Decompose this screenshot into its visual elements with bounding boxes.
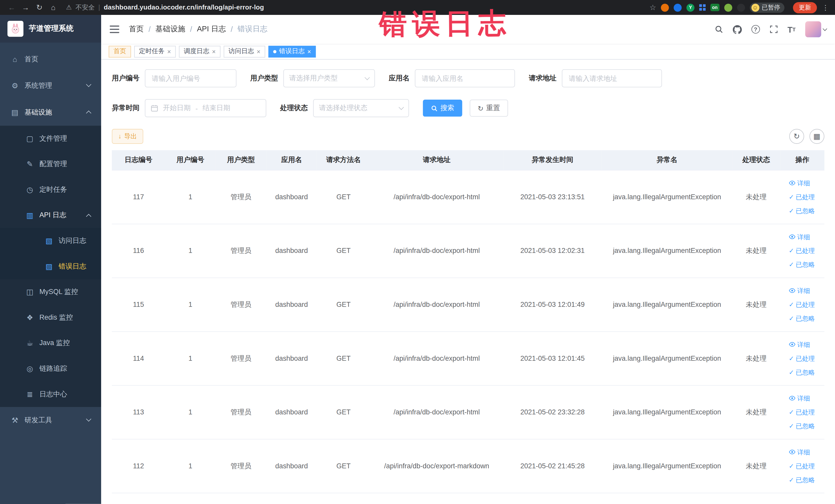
- profile-chip[interactable]: ☺ 已暂停: [750, 2, 785, 12]
- detail-link[interactable]: 详细: [789, 230, 810, 244]
- sidebar-item-file[interactable]: ▢ 文件管理: [0, 126, 101, 152]
- export-button[interactable]: ↓ 导出: [112, 129, 143, 144]
- page-url[interactable]: dashboard.yudao.iocoder.cn/infra/log/api…: [104, 4, 264, 11]
- fullscreen-icon[interactable]: [769, 25, 778, 34]
- extension-icon[interactable]: [661, 3, 669, 11]
- select-placeholder: 请选择处理状态: [319, 103, 368, 113]
- forward-icon[interactable]: →: [19, 1, 32, 14]
- app-logo[interactable]: 芋道管理系统: [0, 15, 101, 43]
- user-avatar[interactable]: [805, 21, 827, 37]
- tab-access-log[interactable]: 访问日志 ×: [224, 45, 265, 57]
- extension-icon[interactable]: [737, 3, 745, 11]
- breadcrumb-item[interactable]: 首页: [129, 24, 144, 34]
- cell-url: /api/infra/db-doc/export-html: [370, 224, 503, 278]
- sidebar-item-java[interactable]: ☕ Java 监控: [0, 330, 101, 356]
- cell-app: dashboard: [266, 439, 317, 493]
- breadcrumb-item-current: 错误日志: [238, 24, 267, 34]
- cell-log-id: 117: [112, 170, 165, 224]
- sidebar-item-dev-tools[interactable]: ⚒ 研发工具: [0, 407, 101, 434]
- column-header: 用户类型: [216, 150, 266, 170]
- detail-link[interactable]: 详细: [789, 176, 810, 190]
- extension-icon[interactable]: Y: [687, 3, 695, 11]
- breadcrumb-item[interactable]: 基础设施: [156, 24, 185, 34]
- sidebar-item-access-log[interactable]: ▧ 访问日志: [0, 228, 101, 254]
- detail-link[interactable]: 详细: [789, 391, 810, 405]
- tab-job-log[interactable]: 调度日志 ×: [179, 45, 221, 57]
- error-log-icon: ▨: [45, 262, 53, 270]
- cell-log-id: 112: [112, 439, 165, 493]
- detail-link[interactable]: 详细: [789, 337, 810, 351]
- ignore-link[interactable]: ✓已忽略: [789, 419, 815, 433]
- font-size-icon[interactable]: TT: [788, 25, 796, 34]
- reload-icon[interactable]: ↻: [33, 1, 46, 14]
- tab-label: 访问日志: [228, 47, 254, 56]
- process-link[interactable]: ✓已处理: [789, 351, 815, 365]
- detail-link[interactable]: 详细: [789, 284, 810, 298]
- close-icon[interactable]: ×: [167, 48, 171, 55]
- cell-status: 未处理: [732, 224, 780, 278]
- help-icon[interactable]: ?: [751, 25, 760, 34]
- tab-cron[interactable]: 定时任务 ×: [134, 45, 176, 57]
- process-link[interactable]: ✓已处理: [789, 459, 815, 473]
- date-range-picker[interactable]: 开始日期 - 结束日期: [145, 99, 266, 117]
- chrome-update-button[interactable]: 更新: [793, 2, 817, 13]
- browser-menu-icon[interactable]: ⋮: [821, 3, 830, 11]
- hamburger-icon[interactable]: [109, 26, 119, 33]
- breadcrumb: 首页 / 基础设施 / API 日志 / 错误日志: [129, 24, 267, 34]
- sidebar-item-system[interactable]: ⚙ 系统管理: [0, 73, 101, 99]
- column-settings-button[interactable]: ▦: [810, 129, 824, 144]
- refresh-button[interactable]: ↻: [789, 129, 804, 144]
- date-separator: -: [195, 104, 198, 112]
- close-icon[interactable]: ×: [212, 48, 216, 55]
- sidebar-item-mysql[interactable]: ◫ MySQL 监控: [0, 279, 101, 305]
- ignore-link[interactable]: ✓已忽略: [789, 258, 815, 271]
- ignore-link[interactable]: ✓已忽略: [789, 311, 815, 325]
- ignore-label: 已忽略: [796, 258, 815, 271]
- app-name-input[interactable]: [415, 69, 515, 87]
- ignore-link[interactable]: ✓已忽略: [789, 365, 815, 379]
- extension-icon[interactable]: [724, 3, 732, 11]
- request-url-input[interactable]: [562, 69, 662, 87]
- tab-home[interactable]: 首页: [108, 45, 131, 57]
- extension-on-icon[interactable]: on: [711, 4, 719, 11]
- search-button[interactable]: 搜索: [423, 100, 462, 117]
- user-id-input[interactable]: [145, 69, 237, 87]
- sidebar-item-error-log[interactable]: ▨ 错误日志: [0, 254, 101, 279]
- sidebar-item-trace[interactable]: ◎ 链路追踪: [0, 356, 101, 382]
- sidebar-item-config[interactable]: ✎ 配置管理: [0, 151, 101, 177]
- date-start-placeholder: 开始日期: [163, 103, 191, 113]
- cell-url: /api/infra/db-doc/export-html: [370, 170, 503, 224]
- sidebar-item-label: Redis 监控: [40, 313, 73, 322]
- detail-link[interactable]: 详细: [789, 445, 810, 459]
- home-icon[interactable]: ⌂: [47, 1, 60, 14]
- tab-error-log[interactable]: 错误日志 ×: [268, 45, 316, 57]
- back-icon[interactable]: ←: [5, 1, 18, 14]
- bookmark-star-icon[interactable]: ☆: [649, 3, 656, 12]
- sidebar-item-redis[interactable]: ❖ Redis 监控: [0, 305, 101, 330]
- breadcrumb-item[interactable]: API 日志: [197, 24, 226, 34]
- ignore-link[interactable]: ✓已忽略: [789, 204, 815, 218]
- export-button-label: 导出: [124, 132, 137, 141]
- sidebar-item-cron[interactable]: ◷ 定时任务: [0, 177, 101, 203]
- user-type-select[interactable]: 请选择用户类型: [283, 69, 375, 87]
- search-icon[interactable]: [715, 25, 723, 34]
- gear-icon: ⚙: [11, 81, 19, 90]
- close-icon[interactable]: ×: [257, 48, 261, 55]
- process-label: 已处理: [796, 351, 815, 365]
- sidebar-item-log-center[interactable]: ≣ 日志中心: [0, 381, 101, 407]
- process-link[interactable]: ✓已处理: [789, 244, 815, 258]
- extension-grid-icon[interactable]: [699, 4, 702, 7]
- process-link[interactable]: ✓已处理: [789, 405, 815, 419]
- address-bar[interactable]: ⚠ 不安全 | dashboard.yudao.iocoder.cn/infra…: [66, 3, 643, 12]
- sidebar-item-home[interactable]: ⌂ 首页: [0, 46, 101, 73]
- process-link[interactable]: ✓已处理: [789, 190, 815, 204]
- status-select[interactable]: 请选择处理状态: [313, 99, 409, 117]
- sidebar-item-infra[interactable]: ▤ 基础设施: [0, 99, 101, 126]
- extension-icon[interactable]: [674, 3, 682, 11]
- ignore-link[interactable]: ✓已忽略: [789, 473, 815, 486]
- reset-button[interactable]: ↻ 重置: [470, 100, 508, 117]
- close-icon[interactable]: ×: [307, 48, 311, 55]
- process-link[interactable]: ✓已处理: [789, 298, 815, 311]
- sidebar-item-api-log[interactable]: ▥ API 日志: [0, 202, 101, 228]
- github-icon[interactable]: [733, 25, 741, 34]
